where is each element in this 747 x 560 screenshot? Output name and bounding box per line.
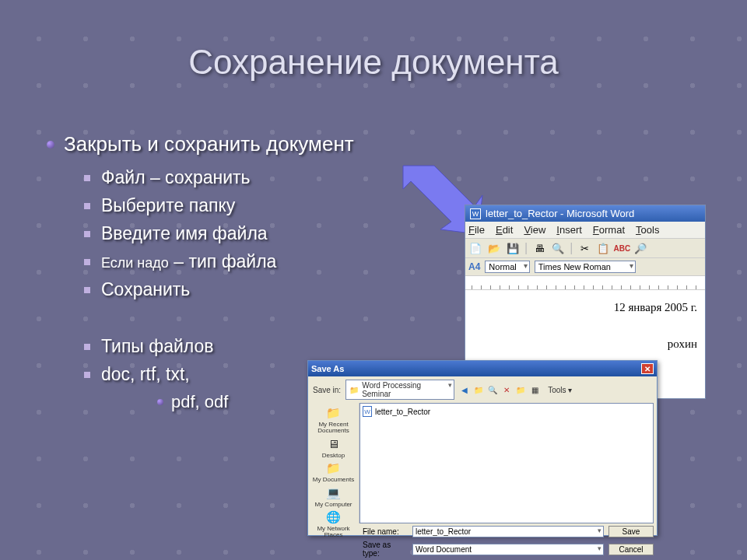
file-list[interactable]: W letter_to_Rector bbox=[359, 403, 654, 523]
place-label: My Network Places bbox=[317, 525, 349, 538]
savein-label: Save in: bbox=[313, 386, 341, 394]
doc-name-text: рохин bbox=[493, 338, 697, 351]
document-body[interactable]: 12 января 2005 г. рохин bbox=[465, 290, 705, 359]
sub-text: doc, rtf, txt, bbox=[101, 364, 190, 385]
sub-text: Файл – сохранить bbox=[101, 167, 251, 188]
sub-text: Выберите папку bbox=[101, 195, 235, 216]
sub-enter-filename: Введите имя файла bbox=[84, 223, 354, 244]
save-icon[interactable]: 💾 bbox=[506, 241, 520, 255]
savein-combo[interactable]: 📁 Word Processing Seminar bbox=[345, 380, 454, 400]
mycomp-icon: 💻 bbox=[324, 485, 342, 501]
place-label: My Computer bbox=[314, 501, 352, 508]
doc-date-text: 12 января 2005 г. bbox=[493, 301, 697, 314]
filename-value: letter_to_Rector bbox=[416, 527, 471, 536]
savein-value: Word Processing Seminar bbox=[362, 381, 443, 398]
sub-choose-folder: Выберите папку bbox=[84, 195, 354, 216]
styles-icon[interactable]: A4 bbox=[468, 261, 480, 272]
filename-label: File name: bbox=[363, 527, 408, 536]
sub-text: Введите имя файла bbox=[101, 223, 268, 244]
menu-view[interactable]: View bbox=[524, 224, 545, 236]
search-icon[interactable]: 🔍 bbox=[487, 384, 498, 395]
file-item[interactable]: W letter_to_Rector bbox=[363, 406, 651, 417]
menu-format[interactable]: Format bbox=[593, 224, 625, 236]
filename-input[interactable]: letter_to_Rector bbox=[412, 526, 604, 537]
square-icon bbox=[84, 287, 90, 293]
place-label: My Recent Documents bbox=[317, 421, 349, 434]
slide-title: Сохранение документа bbox=[0, 43, 747, 82]
sub-text: Типы файлов bbox=[101, 336, 214, 357]
bullet-main: Закрыть и сохранить документ bbox=[47, 132, 354, 156]
cut-icon[interactable]: ✂ bbox=[577, 241, 591, 255]
newfolder-icon[interactable]: 📁 bbox=[515, 384, 526, 395]
close-icon[interactable]: ✕ bbox=[641, 363, 654, 374]
views-icon[interactable]: ▦ bbox=[529, 384, 540, 395]
worddoc-icon: W bbox=[363, 406, 372, 417]
saveas-titlebar: Save As ✕ bbox=[308, 361, 657, 376]
sub-save: Сохранить bbox=[84, 279, 354, 300]
recent-icon: 📁 bbox=[325, 405, 342, 421]
cancel-button[interactable]: Cancel bbox=[608, 544, 654, 555]
sub-file-type: Если надо – тип файла bbox=[84, 251, 354, 272]
bullet-main-text: Закрыть и сохранить документ bbox=[64, 132, 354, 156]
print-icon[interactable]: 🖶 bbox=[532, 241, 546, 255]
research-icon[interactable]: 🔎 bbox=[633, 241, 647, 255]
font-combo[interactable]: Times New Roman bbox=[535, 261, 636, 273]
square-icon bbox=[84, 231, 90, 237]
delete-icon[interactable]: ✕ bbox=[501, 384, 512, 395]
square-icon bbox=[84, 372, 90, 378]
desktop-icon: 🖥 bbox=[324, 436, 342, 452]
saveas-title-text: Save As bbox=[311, 364, 344, 373]
bullet-icon bbox=[157, 399, 163, 405]
square-icon bbox=[84, 175, 90, 181]
folder-icon: 📁 bbox=[349, 386, 359, 394]
place-mynet[interactable]: 🌐My Network Places bbox=[308, 509, 359, 539]
word-titlebar: W letter_to_Rector - Microsoft Word bbox=[465, 205, 705, 222]
file-item-label: letter_to_Rector bbox=[375, 408, 430, 416]
square-icon bbox=[84, 203, 90, 209]
places-bar: 📁My Recent Documents 🖥Desktop 📁My Docume… bbox=[308, 403, 359, 523]
new-icon[interactable]: 📄 bbox=[468, 241, 482, 255]
word-menubar: File Edit View Insert Format Tools bbox=[465, 222, 705, 239]
place-recent[interactable]: 📁My Recent Documents bbox=[308, 405, 359, 435]
sub-text: Сохранить bbox=[101, 279, 190, 300]
word-title-text: letter_to_Rector - Microsoft Word bbox=[486, 208, 634, 219]
menu-tools[interactable]: Tools bbox=[636, 224, 659, 236]
word-toolbar: 📄 📂 💾 | 🖶 🔍 | ✂ 📋 ABC 🔎 bbox=[465, 239, 705, 258]
mydocs-icon: 📁 bbox=[324, 460, 342, 476]
spellcheck-icon[interactable]: ABC bbox=[615, 241, 629, 255]
saveastype-input[interactable]: Word Document bbox=[412, 544, 604, 555]
tools-dropdown[interactable]: Tools ▾ bbox=[548, 386, 572, 394]
preview-icon[interactable]: 🔍 bbox=[551, 241, 565, 255]
menu-insert[interactable]: Insert bbox=[556, 224, 582, 236]
tools-label: Tools bbox=[548, 386, 566, 394]
word-format-bar: A4 Normal Times New Roman bbox=[465, 258, 705, 276]
saveas-bottom: File name: letter_to_Rector Save Save as… bbox=[308, 523, 657, 560]
saveastype-label: Save as type: bbox=[363, 541, 408, 558]
sub-text-rest: – тип файла bbox=[169, 251, 277, 271]
open-icon[interactable]: 📂 bbox=[487, 241, 501, 255]
ruler bbox=[465, 276, 705, 290]
mynet-icon: 🌐 bbox=[325, 509, 342, 525]
style-combo[interactable]: Normal bbox=[485, 261, 529, 273]
place-label: My Documents bbox=[313, 476, 354, 483]
sub-text-prefix: Если надо bbox=[101, 255, 169, 271]
up-icon[interactable]: 📁 bbox=[473, 384, 484, 395]
back-icon[interactable]: ◀ bbox=[459, 384, 470, 395]
word-icon: W bbox=[470, 208, 481, 219]
place-mycomp[interactable]: 💻My Computer bbox=[314, 485, 352, 508]
square-icon bbox=[84, 344, 90, 350]
menu-file[interactable]: File bbox=[468, 224, 485, 236]
copy-icon[interactable]: 📋 bbox=[596, 241, 610, 255]
saveastype-value: Word Document bbox=[416, 545, 472, 554]
sub-text: pdf, odf bbox=[171, 392, 228, 412]
sub-file-save: Файл – сохранить bbox=[84, 167, 354, 188]
square-icon bbox=[84, 259, 90, 265]
bullet-icon bbox=[47, 141, 54, 149]
place-mydocs[interactable]: 📁My Documents bbox=[313, 460, 354, 483]
font-value: Times New Roman bbox=[538, 262, 611, 271]
menu-edit[interactable]: Edit bbox=[496, 224, 513, 236]
saveas-toolbar: Save in: 📁 Word Processing Seminar ◀ 📁 🔍… bbox=[308, 376, 657, 403]
place-desktop[interactable]: 🖥Desktop bbox=[322, 436, 345, 459]
save-button[interactable]: Save bbox=[608, 526, 654, 537]
place-label: Desktop bbox=[322, 452, 345, 459]
